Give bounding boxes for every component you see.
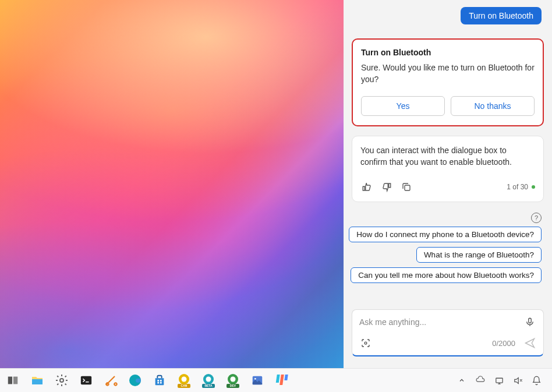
svg-text:DEV: DEV	[230, 384, 236, 387]
send-icon[interactable]	[523, 337, 536, 349]
svg-rect-9	[157, 380, 159, 382]
file-explorer-icon[interactable]	[29, 372, 45, 389]
svg-point-22	[231, 377, 236, 382]
chat-scroll-area: Turn on Bluetooth Turn on Bluetooth Sure…	[344, 0, 552, 303]
taskbar: CAN BETA DEV	[0, 368, 552, 392]
svg-text:BETA: BETA	[204, 384, 213, 387]
settings-icon[interactable]	[54, 372, 70, 389]
svg-rect-30	[496, 378, 502, 383]
bluetooth-action-card: Turn on Bluetooth Sure. Would you like m…	[352, 38, 544, 126]
svg-rect-29	[284, 375, 288, 380]
assistant-message-card: You can interact with the dialogue box t…	[352, 136, 544, 203]
response-counter: 1 of 30	[507, 183, 535, 191]
onedrive-icon[interactable]	[475, 375, 486, 386]
svg-point-26	[254, 378, 256, 380]
action-card-body: Sure. Would you like me to turn on Bluet…	[361, 62, 535, 86]
copilot-panel: Turn on Bluetooth Turn on Bluetooth Sure…	[344, 0, 552, 368]
edge-dev-icon[interactable]: DEV	[225, 372, 241, 389]
svg-rect-5	[32, 379, 43, 384]
suggestion-list: How do I connect my phone to a Bluetooth…	[352, 227, 544, 283]
svg-rect-3	[8, 377, 12, 384]
photos-icon[interactable]	[249, 372, 266, 389]
input-area: 0/2000	[344, 303, 552, 368]
svg-rect-27	[276, 375, 280, 383]
svg-rect-7	[81, 376, 91, 385]
svg-point-2	[365, 342, 367, 344]
yes-button[interactable]: Yes	[361, 96, 445, 116]
snipping-tool-icon[interactable]	[102, 372, 119, 389]
terminal-icon[interactable]	[78, 372, 94, 389]
notifications-icon[interactable]	[531, 375, 542, 386]
thumbs-down-icon[interactable]	[380, 181, 393, 193]
microsoft-store-icon[interactable]	[151, 372, 168, 389]
copy-icon[interactable]	[400, 181, 413, 193]
svg-point-18	[206, 377, 211, 382]
svg-point-6	[60, 379, 63, 382]
suggestion-pill[interactable]: Can you tell me more about how Bluetooth…	[351, 267, 542, 283]
edge-canary-icon[interactable]: CAN	[176, 372, 192, 389]
action-card-title: Turn on Bluetooth	[361, 48, 535, 57]
taskbar-apps: CAN BETA DEV	[5, 372, 290, 389]
svg-rect-0	[405, 185, 410, 190]
no-thanks-button[interactable]: No thanks	[451, 96, 535, 116]
user-message-bubble: Turn on Bluetooth	[461, 7, 542, 24]
task-view-icon[interactable]	[5, 372, 21, 389]
svg-rect-28	[279, 375, 284, 385]
help-icon[interactable]: ?	[531, 213, 542, 223]
chat-input[interactable]	[359, 317, 523, 327]
volume-muted-icon[interactable]	[512, 375, 523, 386]
svg-rect-12	[160, 382, 162, 384]
tray-chevron-up-icon[interactable]	[457, 375, 467, 386]
status-dot-icon	[532, 185, 535, 189]
microphone-icon[interactable]	[523, 316, 536, 329]
suggestion-pill[interactable]: How do I connect my phone to a Bluetooth…	[349, 227, 542, 242]
svg-point-14	[182, 377, 187, 382]
svg-rect-1	[529, 318, 532, 323]
chat-input-box: 0/2000	[352, 309, 544, 356]
suggestion-pill[interactable]: What is the range of Bluetooth?	[416, 247, 542, 263]
svg-rect-11	[157, 382, 159, 384]
image-search-icon[interactable]	[359, 337, 372, 349]
system-tray	[457, 375, 547, 386]
thumbs-up-icon[interactable]	[360, 181, 373, 193]
assistant-message-text: You can interact with the dialogue box t…	[360, 144, 535, 168]
char-counter: 0/2000	[492, 339, 515, 348]
copilot-icon[interactable]	[274, 372, 290, 389]
svg-rect-4	[13, 377, 17, 384]
edge-beta-icon[interactable]: BETA	[200, 372, 217, 389]
svg-rect-10	[160, 380, 162, 382]
svg-text:CAN: CAN	[181, 384, 187, 387]
edge-icon[interactable]	[127, 372, 143, 389]
network-icon[interactable]	[494, 375, 504, 386]
desktop-wallpaper[interactable]	[0, 0, 344, 368]
